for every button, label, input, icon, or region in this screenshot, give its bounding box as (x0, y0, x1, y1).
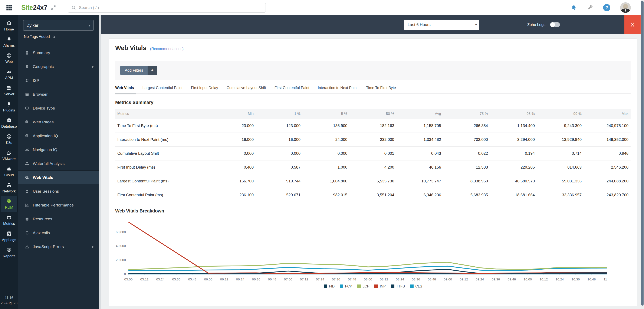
chart-legend: FIDFCPLCPINPTTFBCLS (115, 284, 630, 288)
globe-icon (6, 53, 12, 58)
plug-icon (6, 101, 12, 107)
rail-item-apm[interactable]: APM (1, 67, 18, 83)
site24x7-logo[interactable]: Site24x7 (21, 4, 47, 12)
tab-first-contentful-paint[interactable]: First Contentful Paint (274, 86, 309, 90)
table-header-row: MetricsMin1 %5 %50 %Avg75 %95 %99 %Max (115, 109, 630, 119)
sidebar-item-navigation-iq[interactable]: Navigation IQ (18, 143, 99, 157)
scrollbar-thumb[interactable] (641, 1, 644, 305)
zoho-logs-toggle[interactable] (550, 22, 560, 27)
metric-name: First Contentful Paint (ms) (115, 188, 209, 202)
sidebar-item-resources[interactable]: Resources (18, 212, 99, 226)
svg-text:08:24: 08:24 (396, 277, 404, 281)
svg-text:06:48: 06:48 (268, 277, 276, 281)
legend-swatch (410, 284, 414, 288)
rail-item-k8s[interactable]: K8s (1, 131, 18, 147)
metric-value: 236.100 (209, 188, 256, 202)
close-button[interactable]: X (624, 15, 640, 34)
time-range-select[interactable]: Last 6 Hours ▾ (404, 20, 480, 30)
legend-label: FCP (345, 284, 352, 288)
sidebar-item-web-pages[interactable]: Web Pages (18, 115, 99, 129)
global-search[interactable] (68, 3, 266, 13)
table-row: Time To First Byte (ms)23.000123.000136.… (115, 119, 630, 133)
admin-wrench-icon[interactable] (587, 5, 593, 11)
metric-value: 24.000 (302, 133, 350, 147)
legend-item-ttfb[interactable]: TTFB (391, 284, 405, 288)
tab-interaction-to-next-paint[interactable]: Interaction to Next Paint (318, 86, 358, 90)
tab-web-vitals[interactable]: Web Vitals (115, 86, 134, 90)
rail-item-label: Network (2, 189, 16, 193)
tab-first-input-delay[interactable]: First Input Delay (191, 86, 218, 90)
add-filters-button[interactable]: Add Filters + (120, 66, 157, 75)
rail-item-home[interactable]: Home (1, 18, 18, 34)
metric-value: 0.194 (490, 147, 537, 160)
sidebar-item-filterable-performance[interactable]: Filterable Performance (18, 198, 99, 212)
legend-item-inp[interactable]: INP (374, 284, 386, 288)
legend-item-fcp[interactable]: FCP (340, 284, 352, 288)
add-filters-label: Add Filters (120, 66, 148, 75)
metric-value: 0.001 (350, 147, 396, 160)
rail-item-vmware[interactable]: VMware (1, 147, 18, 163)
app-grid-icon[interactable] (6, 4, 13, 11)
metric-value: 0.714 (537, 147, 584, 160)
sidebar-item-javascript-errors[interactable]: JavaScript Errors▸ (18, 240, 99, 254)
sidebar-item-summary[interactable]: Summary (18, 46, 99, 60)
monitor-select[interactable]: Zylker ▾ (23, 20, 94, 31)
sidebar-item-ajax-calls[interactable]: Ajax calls (18, 226, 99, 240)
rum-sidebar: Zylker ▾ No Tags Added SummaryGeographic… (18, 15, 99, 309)
metric-value: 18,681.664 (490, 188, 537, 202)
tab-cumulative-layout-shift[interactable]: Cumulative Layout Shift (226, 86, 266, 90)
svg-text:07:00: 07:00 (284, 277, 292, 281)
rail-item-applogs[interactable]: AppLogs (1, 228, 18, 244)
metric-value: 10,773.747 (396, 174, 443, 188)
sidebar-item-browser[interactable]: Browser (18, 87, 99, 101)
tab-time-to-first-byte[interactable]: Time To First Byte (366, 86, 396, 90)
tab-largest-contentful-paint[interactable]: Largest Contentful Paint (142, 86, 182, 90)
rail-item-server[interactable]: Server (1, 83, 18, 99)
sidebar-item-geographic[interactable]: Geographic▸ (18, 60, 99, 74)
user-avatar[interactable] (620, 2, 631, 13)
warning-icon (24, 244, 30, 249)
sidebar-item-application-iq[interactable]: Application IQ (18, 129, 99, 143)
rail-item-network[interactable]: Network (1, 180, 18, 196)
recommendations-link[interactable]: (Recommendations) (150, 47, 184, 51)
metric-value: 12.588 (443, 160, 490, 174)
rail-item-database[interactable]: SQLDatabase (1, 115, 18, 131)
metric-value: 1.000 (302, 160, 350, 174)
rail-item-metrics[interactable]: Metrics (1, 212, 18, 228)
table-row: Interaction to Next Paint (ms)16.00016.0… (115, 133, 630, 147)
rail-item-alarms[interactable]: Alarms (1, 34, 18, 50)
breakdown-chart-area: 020,00040,00060,00005:0005:1205:2405:360… (115, 219, 607, 284)
rail-item-cloud[interactable]: Cloud (1, 164, 18, 180)
sidebar-item-web-vitals[interactable]: Web Vitals (18, 170, 99, 184)
svg-text:09:24: 09:24 (476, 277, 484, 281)
metric-value: 240,975.100 (584, 119, 630, 133)
binoculars-icon (6, 69, 12, 75)
chevron-right-icon: ▸ (92, 64, 94, 69)
sidebar-scrollbar[interactable] (99, 15, 101, 309)
tags-row[interactable]: No Tags Added (24, 35, 99, 39)
rail-item-plugins[interactable]: Plugins (1, 99, 18, 115)
sidebar-item-user-sessions[interactable]: User Sessions (18, 184, 99, 198)
legend-item-lcp[interactable]: LCP (357, 284, 369, 288)
globe-arrow-icon (24, 175, 30, 180)
legend-item-cls[interactable]: CLS (410, 284, 422, 288)
help-icon[interactable]: ? (603, 4, 610, 11)
search-input[interactable] (78, 5, 266, 10)
rail-item-web[interactable]: Web (1, 50, 18, 66)
clock-time: 11:16 (1, 295, 18, 301)
sidebar-item-isp[interactable]: ISP (18, 74, 99, 87)
sidebar-item-waterfall-analysis[interactable]: Waterfall Analysis (18, 157, 99, 170)
document-icon (24, 51, 30, 55)
notifications-bell-icon[interactable] (570, 4, 578, 12)
expand-icon[interactable] (50, 5, 56, 11)
sidebar-item-device-type[interactable]: Device Type (18, 101, 99, 115)
sidebar-item-label: User Sessions (33, 189, 59, 194)
legend-label: TTFB (396, 284, 405, 288)
bell-icon (6, 36, 12, 42)
rail-item-rum[interactable]: RUM (1, 196, 18, 212)
rail-item-reports[interactable]: Reports (1, 245, 18, 261)
top-bar: Site24x7 ? (0, 0, 640, 15)
column-header-metrics: Metrics (115, 109, 209, 119)
svg-text:08:48: 08:48 (428, 277, 436, 281)
legend-item-fid[interactable]: FID (324, 284, 335, 288)
